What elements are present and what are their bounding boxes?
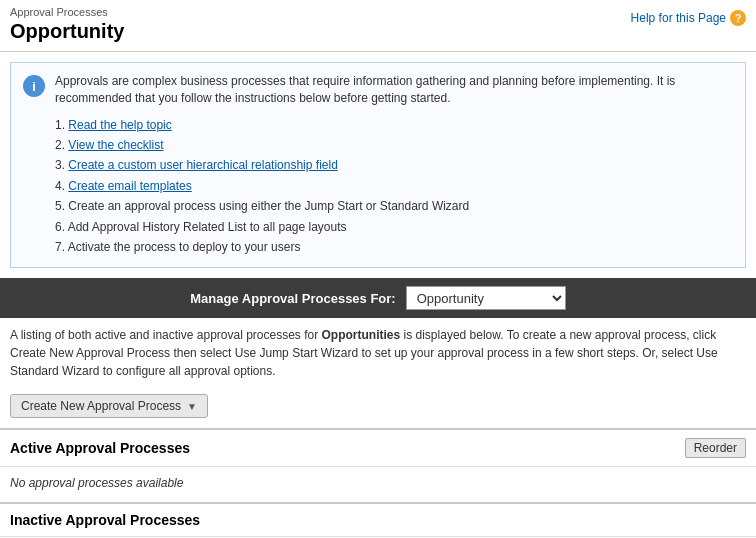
info-step-1: 1. Read the help topic — [55, 115, 733, 135]
dropdown-arrow-icon: ▼ — [187, 401, 197, 412]
inactive-section: Inactive Approval Processes No approval … — [0, 502, 756, 538]
inactive-section-header: Inactive Approval Processes — [0, 504, 756, 536]
manage-bar-label: Manage Approval Processes For: — [190, 291, 395, 306]
step-1-link[interactable]: Read the help topic — [68, 118, 171, 132]
info-steps-list: 1. Read the help topic 2. View the check… — [55, 115, 733, 258]
active-section-header: Active Approval Processes Reorder — [0, 430, 756, 466]
info-step-4: 4. Create email templates — [55, 176, 733, 196]
info-step-6: 6. Add Approval History Related List to … — [55, 217, 733, 237]
create-new-approval-button[interactable]: Create New Approval Process ▼ — [10, 394, 208, 418]
help-link[interactable]: Help for this Page ? — [631, 10, 746, 26]
manage-bar: Manage Approval Processes For: Opportuni… — [0, 278, 756, 318]
active-no-data: No approval processes available — [10, 476, 183, 490]
info-step-3: 3. Create a custom user hierarchical rel… — [55, 155, 733, 175]
active-section-content: No approval processes available — [0, 466, 756, 502]
info-message: Approvals are complex business processes… — [55, 73, 733, 107]
info-box: i Approvals are complex business process… — [10, 62, 746, 268]
step-3-link[interactable]: Create a custom user hierarchical relati… — [68, 158, 337, 172]
info-content: Approvals are complex business processes… — [55, 73, 733, 257]
help-link-label: Help for this Page — [631, 11, 726, 25]
manage-select[interactable]: Opportunity — [406, 286, 566, 310]
create-button-area: Create New Approval Process ▼ — [0, 388, 756, 428]
desc-before: A listing of both active and inactive ap… — [10, 328, 322, 342]
page-header: Approval Processes Opportunity Help for … — [0, 0, 756, 52]
manage-select-wrapper: Opportunity — [406, 286, 566, 310]
step-2-link[interactable]: View the checklist — [68, 138, 163, 152]
desc-bold: Opportunities — [322, 328, 401, 342]
info-icon: i — [23, 75, 45, 97]
description-text: A listing of both active and inactive ap… — [0, 318, 756, 388]
help-icon: ? — [730, 10, 746, 26]
info-step-5: 5. Create an approval process using eith… — [55, 196, 733, 216]
active-section-title: Active Approval Processes — [10, 440, 190, 456]
info-step-2: 2. View the checklist — [55, 135, 733, 155]
reorder-button[interactable]: Reorder — [685, 438, 746, 458]
step-4-link[interactable]: Create email templates — [68, 179, 191, 193]
inactive-section-title: Inactive Approval Processes — [10, 512, 200, 528]
active-section: Active Approval Processes Reorder No app… — [0, 428, 756, 502]
create-btn-label: Create New Approval Process — [21, 399, 181, 413]
info-step-7: 7. Activate the process to deploy to you… — [55, 237, 733, 257]
